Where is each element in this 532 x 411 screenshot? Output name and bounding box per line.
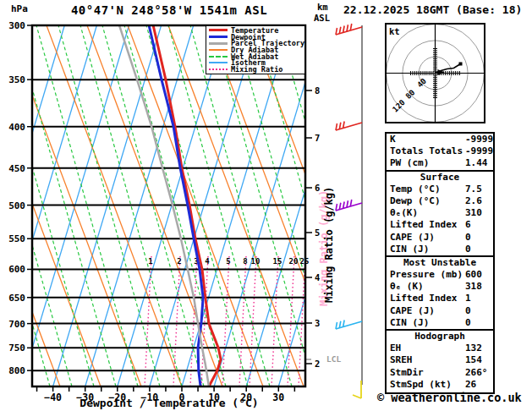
row-label: Lifted Index bbox=[390, 293, 457, 304]
table-row: CIN (J)0 bbox=[387, 317, 493, 329]
page-title: 40°47'N 248°58'W 1541m ASL bbox=[32, 3, 306, 17]
legend-box: TemperatureDewpointParcel TrajectoryDry … bbox=[206, 25, 305, 74]
hodograph-trace-end-marker bbox=[459, 63, 463, 66]
legend-swatch-solid bbox=[209, 29, 228, 31]
row-value: 600 bbox=[465, 269, 482, 281]
pressure-tick-label: 300 bbox=[8, 20, 25, 31]
row-value: 1 bbox=[465, 293, 471, 304]
row-label: Totals Totals bbox=[390, 145, 463, 156]
table-row: Temp (°C)7.5 bbox=[387, 184, 493, 195]
mixing-ratio-label: 20 bbox=[289, 257, 299, 266]
pressure-tick-label: 650 bbox=[8, 293, 25, 304]
table-row: θₑ(K)310 bbox=[387, 207, 493, 219]
hodograph-inner: 4080120 bbox=[386, 24, 485, 123]
row-label: Pressure (mb) bbox=[390, 269, 463, 280]
pressure-tick-label: 700 bbox=[8, 319, 25, 330]
legend-swatch-solid bbox=[209, 62, 228, 63]
legend-swatch-solid bbox=[209, 42, 228, 45]
row-value: 132 bbox=[465, 342, 482, 354]
mixing-ratio-label: 10 bbox=[251, 257, 261, 266]
pressure-tick-label: 350 bbox=[8, 74, 25, 85]
pressure-tick-label: 400 bbox=[8, 122, 25, 133]
wind-barb bbox=[336, 200, 362, 211]
wind-barb bbox=[336, 320, 362, 329]
wind-barb-column bbox=[336, 24, 362, 398]
table-row: CAPE (J)0 bbox=[387, 305, 493, 317]
row-label: θₑ(K) bbox=[390, 207, 418, 218]
table-row: Dewp (°C)2.6 bbox=[387, 195, 493, 207]
row-value: 0 bbox=[465, 232, 471, 244]
row-value: 0 bbox=[465, 244, 471, 255]
mixing-ratio-label: 4 bbox=[205, 257, 210, 266]
row-label: StmDir bbox=[390, 367, 424, 378]
mixing-ratio-label: 5 bbox=[226, 257, 230, 266]
table-section-header: Surface bbox=[387, 170, 493, 184]
skewt-sounding-app: 300350400450500550600650700750800−40−30−… bbox=[0, 0, 532, 411]
pressure-tick-label: 750 bbox=[8, 342, 25, 353]
row-label: θₑ (K) bbox=[390, 281, 424, 292]
row-label: SREH bbox=[390, 354, 413, 365]
legend-swatch-dashed bbox=[209, 56, 228, 58]
height-km-tick-label: 3 bbox=[315, 318, 320, 328]
row-label: PW (cm) bbox=[390, 157, 429, 168]
row-label: CAPE (J) bbox=[390, 305, 435, 316]
table-section-header: Most Unstable bbox=[387, 255, 493, 269]
table-section-header: Hodograph bbox=[387, 329, 493, 342]
row-label: K bbox=[390, 134, 396, 145]
watermark-copyright: © weatheronline.co.uk bbox=[377, 391, 522, 404]
table-row: CAPE (J)0 bbox=[387, 232, 493, 244]
legend-label: Mixing Ratio bbox=[231, 66, 282, 73]
table-row: Totals Totals-9999 bbox=[387, 145, 493, 157]
table-row: Lifted Index6 bbox=[387, 219, 493, 231]
table-row: SREH154 bbox=[387, 354, 493, 366]
indices-table: K-9999Totals Totals-9999PW (cm)1.44Surfa… bbox=[385, 132, 495, 394]
wind-barb bbox=[336, 24, 362, 35]
pressure-tick-label: 550 bbox=[8, 233, 25, 244]
row-value: 154 bbox=[465, 354, 482, 366]
wind-barb bbox=[353, 381, 361, 398]
table-row: StmDir266° bbox=[387, 367, 493, 379]
row-label: Temp (°C) bbox=[390, 184, 441, 195]
table-row: StmSpd (kt)26 bbox=[387, 379, 493, 391]
row-label: EH bbox=[390, 342, 401, 353]
row-value: 2.6 bbox=[465, 195, 482, 207]
run-datetime-label: 22.12.2025 18GMT (Base: 18) bbox=[343, 3, 522, 16]
row-value: 7.5 bbox=[465, 184, 482, 195]
mixing-ratio-label: 15 bbox=[273, 257, 282, 266]
height-axis-unit-asl: ASL bbox=[314, 13, 330, 23]
legend-swatch-solid bbox=[209, 36, 228, 38]
height-km-tick-label: 2 bbox=[315, 359, 320, 369]
table-row: PW (cm)1.44 bbox=[387, 157, 493, 169]
lcl-marker-label: LCL bbox=[326, 354, 341, 364]
row-label: Lifted Index bbox=[390, 219, 457, 230]
row-value: 1.44 bbox=[465, 157, 488, 169]
table-row: CIN (J)0 bbox=[387, 244, 493, 255]
row-label: StmSpd (kt) bbox=[390, 379, 452, 390]
height-km-tick-label: 7 bbox=[315, 133, 320, 143]
row-value: 0 bbox=[465, 305, 471, 317]
x-axis-label: Dewpoint / Temperature (°C) bbox=[32, 397, 306, 409]
row-label: CIN (J) bbox=[390, 317, 429, 328]
table-row: θₑ (K)318 bbox=[387, 281, 493, 293]
pressure-tick-label: 800 bbox=[8, 365, 25, 376]
row-value: 310 bbox=[465, 207, 482, 219]
row-label: Dewp (°C) bbox=[390, 195, 441, 206]
table-row: EH132 bbox=[387, 342, 493, 354]
hodograph: 4080120 bbox=[386, 24, 485, 123]
mixing-ratio-label: 2 bbox=[177, 257, 181, 266]
row-value: 318 bbox=[465, 281, 482, 293]
legend-swatch-solid bbox=[209, 49, 228, 51]
row-value: 6 bbox=[465, 219, 471, 231]
pressure-tick-label: 600 bbox=[8, 264, 25, 275]
hodograph-unit-label: kt bbox=[389, 26, 400, 36]
mixing-ratio-axis-label: Mixing Ratio (g/kg) bbox=[323, 193, 335, 303]
table-row: Pressure (mb)600 bbox=[387, 269, 493, 281]
legend-swatch-dotted bbox=[209, 68, 228, 70]
mixing-ratio-label: 8 bbox=[243, 257, 247, 266]
row-label: CAPE (J) bbox=[390, 232, 435, 243]
row-value: -9999 bbox=[465, 145, 493, 157]
row-value: 266° bbox=[465, 367, 488, 379]
pressure-tick-label: 500 bbox=[8, 200, 25, 211]
pressure-axis-unit: hPa bbox=[11, 3, 28, 14]
wind-barb bbox=[336, 121, 362, 130]
